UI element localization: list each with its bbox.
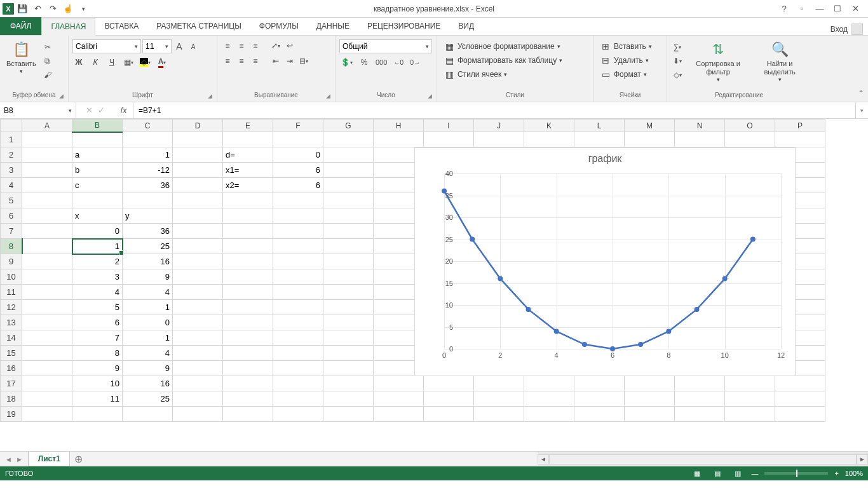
row-header-11[interactable]: 11 <box>1 285 22 300</box>
last-sheet-icon[interactable]: ► <box>16 456 23 463</box>
cell-M19[interactable] <box>625 407 675 422</box>
page-break-view-icon[interactable]: ▥ <box>731 468 745 478</box>
cell-O19[interactable] <box>725 407 775 422</box>
cell-G12[interactable] <box>323 300 374 315</box>
cell-B14[interactable]: 7 <box>72 330 123 346</box>
cell-E16[interactable] <box>223 361 273 376</box>
cell-B5[interactable] <box>72 193 123 208</box>
wrap-text-icon[interactable]: ↩ <box>283 39 296 52</box>
cell-F17[interactable] <box>273 376 323 391</box>
cell-M17[interactable] <box>625 376 675 391</box>
horizontal-scrollbar[interactable]: ◄ ► <box>538 452 868 466</box>
name-box[interactable]: B8▾ <box>0 102 76 118</box>
cell-C6[interactable]: y <box>123 208 173 224</box>
cell-I18[interactable] <box>424 391 474 407</box>
cell-A1[interactable] <box>22 132 72 147</box>
cell-F12[interactable] <box>273 300 323 315</box>
sheet-tab[interactable]: Лист1 <box>29 452 70 466</box>
cell-E9[interactable] <box>223 254 273 269</box>
cell-B2[interactable]: a <box>72 147 123 163</box>
cell-B8[interactable]: 1 <box>72 239 123 254</box>
cell-E12[interactable] <box>223 300 273 315</box>
cell-D3[interactable] <box>173 163 223 178</box>
cell-E4[interactable]: x2= <box>223 178 273 193</box>
cell-A12[interactable] <box>22 300 72 315</box>
qat-customize-icon[interactable]: ▾ <box>76 2 90 16</box>
align-center-icon[interactable]: ≡ <box>235 55 248 67</box>
col-header-M[interactable]: M <box>625 119 675 132</box>
cell-A17[interactable] <box>22 376 72 391</box>
cell-B1[interactable] <box>72 132 123 147</box>
cell-K17[interactable] <box>524 376 574 391</box>
paste-button[interactable]: 📋 Вставить ▾ <box>4 38 39 76</box>
tab-формулы[interactable]: ФОРМУЛЫ <box>250 17 308 35</box>
cell-D2[interactable] <box>173 147 223 163</box>
cell-B17[interactable]: 10 <box>72 376 123 391</box>
zoom-level[interactable]: 100% <box>845 470 863 477</box>
find-select-button[interactable]: 🔍 Найти и выделить▾ <box>752 38 807 85</box>
cell-H18[interactable] <box>374 391 424 407</box>
cell-E11[interactable] <box>223 285 273 300</box>
border-icon[interactable]: ▦▾ <box>122 56 135 69</box>
col-header-D[interactable]: D <box>173 119 223 132</box>
row-header-1[interactable]: 1 <box>1 132 22 147</box>
col-header-H[interactable]: H <box>374 119 424 132</box>
undo-icon[interactable]: ↶ <box>31 2 44 16</box>
scroll-left-icon[interactable]: ◄ <box>538 454 549 464</box>
cell-B11[interactable]: 4 <box>72 285 123 300</box>
cell-E15[interactable] <box>223 346 273 361</box>
col-header-F[interactable]: F <box>273 119 323 132</box>
cell-F13[interactable] <box>273 315 323 330</box>
col-header-B[interactable]: B <box>72 119 123 132</box>
cell-B19[interactable] <box>72 407 123 422</box>
cell-F1[interactable] <box>273 132 323 147</box>
cell-J17[interactable] <box>474 376 524 391</box>
cell-A16[interactable] <box>22 361 72 376</box>
row-header-9[interactable]: 9 <box>1 254 22 269</box>
fill-color-icon[interactable]: ◇▾ <box>139 56 152 69</box>
cell-E3[interactable]: x1= <box>223 163 273 178</box>
cell-G1[interactable] <box>323 132 374 147</box>
minimize-icon[interactable]: — <box>812 3 827 15</box>
row-header-5[interactable]: 5 <box>1 193 22 208</box>
cell-C15[interactable]: 4 <box>123 346 173 361</box>
cell-C19[interactable] <box>123 407 173 422</box>
cell-D18[interactable] <box>173 391 223 407</box>
align-bottom-icon[interactable]: ≡ <box>249 39 262 52</box>
cell-D8[interactable] <box>173 239 223 254</box>
cut-icon[interactable]: ✂ <box>41 41 54 53</box>
cell-F10[interactable] <box>273 269 323 285</box>
cell-G10[interactable] <box>323 269 374 285</box>
cell-G2[interactable] <box>323 147 374 163</box>
col-header-G[interactable]: G <box>323 119 374 132</box>
cell-D19[interactable] <box>173 407 223 422</box>
copy-icon[interactable]: ⧉ <box>41 55 54 67</box>
add-sheet-icon[interactable]: ⊕ <box>70 452 88 466</box>
cell-A15[interactable] <box>22 346 72 361</box>
font-name-combo[interactable]: Calibri▾ <box>72 39 141 53</box>
cell-F8[interactable] <box>273 239 323 254</box>
row-header-4[interactable]: 4 <box>1 178 22 193</box>
increase-font-icon[interactable]: A <box>173 40 186 53</box>
redo-icon[interactable]: ↷ <box>46 2 60 16</box>
cell-F16[interactable] <box>273 361 323 376</box>
cell-B10[interactable]: 3 <box>72 269 123 285</box>
cell-B18[interactable]: 11 <box>72 391 123 407</box>
cell-P17[interactable] <box>775 376 825 391</box>
cell-F7[interactable] <box>273 224 323 239</box>
font-size-combo[interactable]: 11▾ <box>142 39 172 53</box>
cell-K19[interactable] <box>524 407 574 422</box>
cell-G18[interactable] <box>323 391 374 407</box>
cell-M1[interactable] <box>625 132 675 147</box>
cell-G16[interactable] <box>323 361 374 376</box>
help-icon[interactable]: ? <box>776 3 792 15</box>
maximize-icon[interactable]: ☐ <box>830 3 845 15</box>
fx-icon[interactable]: fx <box>114 102 133 118</box>
cell-B3[interactable]: b <box>72 163 123 178</box>
cell-D6[interactable] <box>173 208 223 224</box>
cell-B4[interactable]: c <box>72 178 123 193</box>
cell-C12[interactable]: 1 <box>123 300 173 315</box>
col-header-L[interactable]: L <box>574 119 625 132</box>
cell-B13[interactable]: 6 <box>72 315 123 330</box>
cell-G5[interactable] <box>323 193 374 208</box>
